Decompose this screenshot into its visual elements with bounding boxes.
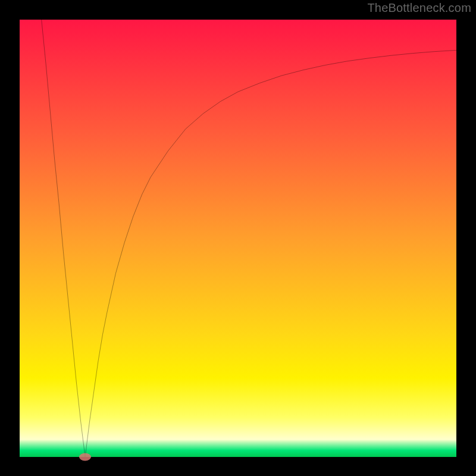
chart-frame: TheBottleneck.com bbox=[0, 0, 476, 476]
svg-rect-0 bbox=[20, 20, 456, 457]
background-gradient bbox=[20, 20, 456, 457]
plot-area bbox=[20, 20, 456, 457]
min-marker bbox=[79, 453, 91, 461]
watermark-text: TheBottleneck.com bbox=[367, 1, 471, 15]
